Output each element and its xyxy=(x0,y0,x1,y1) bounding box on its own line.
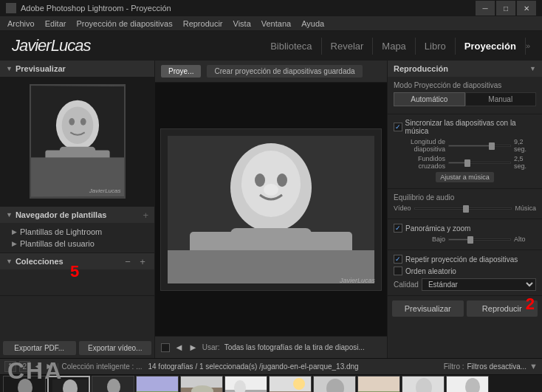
film-thumb-6[interactable] xyxy=(224,376,267,392)
nav-tabs: Biblioteca Revelar Mapa Libro Proyección… xyxy=(261,38,530,55)
collections-body xyxy=(0,296,154,338)
template-navigator: ▼ Navegador de plantillas + ▶ Plantillas… xyxy=(0,207,154,253)
template-item-usuario[interactable]: ▶ Plantillas del usuario xyxy=(0,238,154,250)
close-button[interactable]: ✕ xyxy=(517,1,536,16)
longitud-row: Longitud de diapositiva 9,2 seg. xyxy=(394,138,536,153)
manual-button[interactable]: Manual xyxy=(465,92,537,106)
reproducir-button[interactable]: Reproducir xyxy=(467,300,538,317)
tab-proye-button[interactable]: Proye... xyxy=(161,65,201,78)
menu-vista[interactable]: Vista xyxy=(229,18,255,29)
longitud-thumb[interactable] xyxy=(489,142,495,150)
preview-header-title: Previsualizar xyxy=(16,64,66,73)
collections-header[interactable]: ▼ Colecciones − + xyxy=(0,253,154,269)
maximize-button[interactable]: □ xyxy=(496,1,515,16)
modo-label: Modo Proyección de diapositivas xyxy=(394,81,536,89)
audio-row: Vídeo Música xyxy=(394,204,536,212)
menu-editar[interactable]: Editar xyxy=(41,18,71,29)
minimize-button[interactable]: ─ xyxy=(476,1,495,16)
menubar: Archivo Editar Proyección de diapositiva… xyxy=(0,16,542,31)
repetir-row: ✓ Repetir proyección de diapositivas xyxy=(394,255,536,264)
thumb-10-svg xyxy=(402,376,445,392)
svg-point-3 xyxy=(69,118,75,125)
menu-ventana[interactable]: Ventana xyxy=(257,18,295,29)
pan-thumb[interactable] xyxy=(467,236,473,244)
orden-label: Orden aleatorio xyxy=(405,267,456,275)
center-toolbar: Proye... Crear proyección de diapositiva… xyxy=(155,61,387,83)
repetir-label: Repetir proyección de diapositivas xyxy=(405,255,518,264)
panoramica-checkbox[interactable]: ✓ xyxy=(394,224,402,233)
longitud-slider[interactable] xyxy=(448,145,511,147)
filmstrip-bar: 1 2 ◄ ► | Colección inteligente : ... 14… xyxy=(0,358,542,392)
film-count: 14 fotografías / 1 seleccionada(s) /juga… xyxy=(148,362,358,371)
orden-row: Orden aleatorio xyxy=(394,267,536,275)
collections-triangle-icon: ▼ xyxy=(6,258,13,265)
nav-prev-icon[interactable]: ◄ xyxy=(174,342,184,353)
fundidos-label: Fundidos cruzados xyxy=(394,155,445,170)
template-add-icon[interactable]: + xyxy=(143,210,148,221)
collections-controls: − + xyxy=(122,255,148,267)
titlebar-controls[interactable]: ─ □ ✕ xyxy=(476,1,536,16)
menu-proyeccion[interactable]: Proyección de diapositivas xyxy=(72,18,176,29)
tab-proyeccion[interactable]: Proyección xyxy=(456,38,526,55)
fundidos-value: 2,5 seg. xyxy=(514,155,536,170)
menu-ayuda[interactable]: Ayuda xyxy=(297,18,329,29)
pan-slider[interactable] xyxy=(448,238,511,241)
film-filter-icon[interactable]: ▼ xyxy=(529,362,538,371)
template-arrow-icon-2: ▶ xyxy=(12,240,17,247)
panoramica-section: ✓ Panorámica y zoom Bajo Alto xyxy=(388,219,542,250)
film-thumb-4[interactable] xyxy=(136,376,179,392)
orden-checkbox[interactable] xyxy=(394,267,402,275)
nav-next-icon[interactable]: ► xyxy=(188,342,198,353)
equilibrio-label: Equilibrio de audio xyxy=(394,193,536,202)
audio-slider[interactable] xyxy=(414,207,512,210)
ajustar-button[interactable]: Ajustar a música xyxy=(436,172,494,182)
sincronizar-checkbox[interactable]: ✓ xyxy=(394,123,402,131)
calidad-select[interactable]: Estándar xyxy=(422,278,536,291)
film-filter-label: Filtro : xyxy=(444,362,464,371)
collections-add-icon[interactable]: + xyxy=(137,255,148,267)
nav-chevron-icon: » xyxy=(526,41,530,50)
preview-section: ▼ Previsualizar xyxy=(0,61,154,207)
repetir-checkbox[interactable]: ✓ xyxy=(394,255,402,264)
film-thumb-8[interactable] xyxy=(313,376,356,392)
template-item-lightroom[interactable]: ▶ Plantillas de Lightroom xyxy=(0,226,154,238)
tab-libro[interactable]: Libro xyxy=(416,38,456,55)
right-panel: Reproducción ▼ Modo Proyección de diapos… xyxy=(387,61,542,358)
tab-mapa[interactable]: Mapa xyxy=(373,38,416,55)
film-thumb-9[interactable] xyxy=(357,376,400,392)
preview-watermark: JavierLucas xyxy=(89,188,121,194)
collections-minus-icon[interactable]: − xyxy=(122,255,134,267)
film-thumb-11[interactable] xyxy=(446,376,489,392)
alto-label: Alto xyxy=(514,235,536,243)
main-layout: ▼ Previsualizar xyxy=(0,61,542,358)
export-video-button[interactable]: Exportar vídeo... xyxy=(79,341,152,355)
slide-checkbox[interactable] xyxy=(161,343,170,352)
film-thumb-5[interactable] xyxy=(180,376,223,392)
template-arrow-icon: ▶ xyxy=(12,228,17,235)
menu-reproducir[interactable]: Reproducir xyxy=(179,18,227,29)
preview-header[interactable]: ▼ Previsualizar xyxy=(0,61,154,77)
template-nav-header[interactable]: ▼ Navegador de plantillas + xyxy=(0,207,154,223)
sincronizar-label: Sincronizar las diapositivas con la músi… xyxy=(405,119,536,135)
film-thumb-3[interactable] xyxy=(92,376,134,392)
svg-rect-32 xyxy=(137,376,179,391)
export-pdf-button[interactable]: Exportar PDF... xyxy=(3,341,76,355)
longitud-label: Longitud de diapositiva xyxy=(394,138,445,153)
fundidos-slider[interactable] xyxy=(448,162,511,164)
automatico-button[interactable]: Automático xyxy=(394,92,465,106)
film-filter-value: Filtros desactiva... xyxy=(467,362,527,371)
crear-proyeccion-button[interactable]: Crear proyección de diapositivas guardad… xyxy=(207,65,362,78)
tab-revelar[interactable]: Revelar xyxy=(322,38,374,55)
calidad-label: Calidad xyxy=(394,281,419,289)
film-thumb-10[interactable] xyxy=(402,376,445,392)
audio-thumb[interactable] xyxy=(463,205,469,213)
center-bottom-bar: ◄ ► Usar: Todas las fotografías de la ti… xyxy=(155,336,387,358)
film-thumb-7[interactable] xyxy=(269,376,312,392)
modo-section: Modo Proyección de diapositivas Automáti… xyxy=(388,77,542,114)
svg-point-15 xyxy=(264,184,278,196)
previsualizar-button[interactable]: Previsualizar xyxy=(392,300,464,317)
thumb-7-svg xyxy=(270,376,312,392)
tab-biblioteca[interactable]: Biblioteca xyxy=(261,38,321,55)
fundidos-thumb[interactable] xyxy=(464,159,470,167)
menu-archivo[interactable]: Archivo xyxy=(3,18,39,29)
